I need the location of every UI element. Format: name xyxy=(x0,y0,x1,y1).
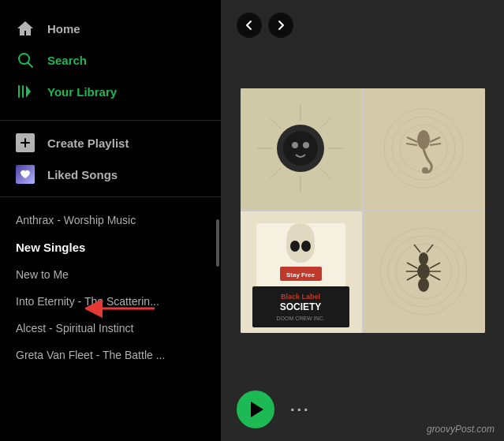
svg-text:DOOM CREW INC.: DOOM CREW INC. xyxy=(276,316,324,321)
list-item[interactable]: New Singles xyxy=(0,234,221,261)
playlist-section: Anthrax - Worship Music New Singles New … xyxy=(0,204,221,441)
svg-text:Stay Free: Stay Free xyxy=(286,271,315,278)
sidebar-library-label: Your Library xyxy=(47,85,117,99)
album-cell-2 xyxy=(364,88,485,210)
svg-point-35 xyxy=(301,241,311,252)
scrollbar-thumb[interactable] xyxy=(216,219,219,267)
svg-point-19 xyxy=(292,142,298,148)
svg-point-48 xyxy=(418,278,429,292)
svg-rect-2 xyxy=(18,85,20,98)
sidebar-item-home[interactable]: Home xyxy=(0,13,221,44)
svg-point-25 xyxy=(417,130,430,149)
scrollbar-track xyxy=(216,204,219,441)
forward-button[interactable] xyxy=(268,13,293,38)
liked-songs-icon xyxy=(16,165,35,184)
list-item[interactable]: New to Me xyxy=(0,261,221,288)
create-playlist-icon xyxy=(16,133,35,152)
liked-songs-item[interactable]: Liked Songs xyxy=(0,159,221,190)
sidebar-item-search[interactable]: Search xyxy=(0,44,221,76)
list-item[interactable]: Greta Van Fleet - The Battle ... xyxy=(0,342,221,368)
library-icon xyxy=(16,82,35,101)
top-controls xyxy=(221,0,504,50)
nav-divider xyxy=(0,120,221,121)
svg-point-34 xyxy=(290,241,300,252)
play-icon xyxy=(251,402,263,417)
playlist-list: Anthrax - Worship Music New Singles New … xyxy=(0,204,221,372)
svg-point-18 xyxy=(283,131,318,166)
search-icon xyxy=(16,50,35,69)
create-playlist-item[interactable]: Create Playlist xyxy=(0,127,221,159)
svg-text:Black Label: Black Label xyxy=(281,293,320,301)
svg-text:SOCIETY: SOCIETY xyxy=(280,301,322,312)
svg-point-20 xyxy=(303,142,309,148)
watermark: groovyPost.com xyxy=(427,424,495,435)
playlist-divider xyxy=(0,196,221,197)
album-grid: Stay Free Black Label SOCIETY DOOM CREW … xyxy=(241,88,485,333)
svg-point-47 xyxy=(417,263,430,279)
svg-rect-3 xyxy=(22,85,24,98)
svg-line-1 xyxy=(28,63,33,68)
album-cell-1 xyxy=(241,88,362,210)
list-item[interactable]: Alcest - Spiritual Instinct xyxy=(0,315,221,342)
main-content: Stay Free Black Label SOCIETY DOOM CREW … xyxy=(221,0,504,441)
more-options-button[interactable]: ··· xyxy=(290,401,311,419)
list-item[interactable]: Into Eternity - The Scatterin... xyxy=(0,288,221,315)
list-item[interactable]: Anthrax - Worship Music xyxy=(0,207,221,234)
liked-songs-label: Liked Songs xyxy=(47,168,118,181)
home-icon xyxy=(16,19,35,38)
album-cell-4 xyxy=(364,211,485,333)
sidebar: Home Search Your Library xyxy=(0,0,221,441)
back-button[interactable] xyxy=(237,13,262,38)
sidebar-home-label: Home xyxy=(47,22,80,36)
album-cell-3: Stay Free Black Label SOCIETY DOOM CREW … xyxy=(241,211,362,333)
sidebar-search-label: Search xyxy=(47,54,87,67)
svg-point-26 xyxy=(422,167,428,174)
nav-section: Home Search Your Library xyxy=(0,0,221,114)
create-playlist-label: Create Playlist xyxy=(47,136,129,150)
sidebar-item-library[interactable]: Your Library xyxy=(0,76,221,107)
album-art-area: Stay Free Black Label SOCIETY DOOM CREW … xyxy=(221,50,504,378)
play-button[interactable] xyxy=(237,391,274,428)
svg-point-46 xyxy=(419,252,428,265)
